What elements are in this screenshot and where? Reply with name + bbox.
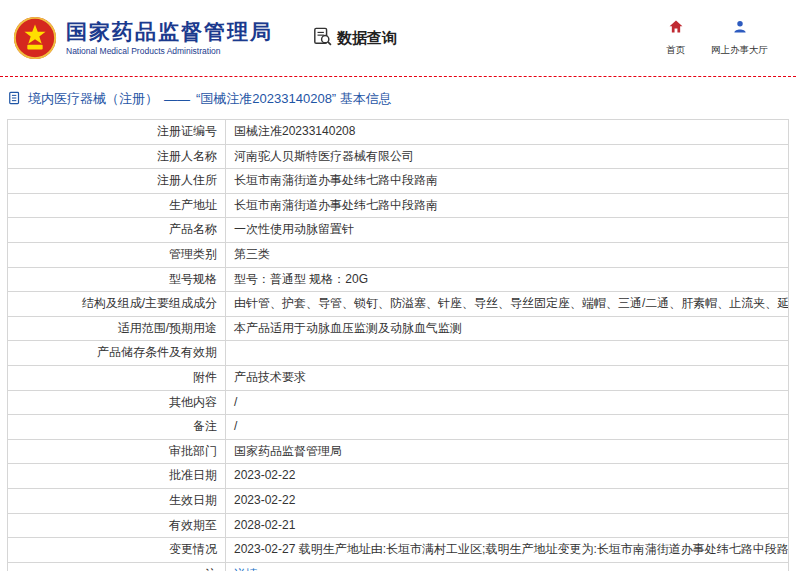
table-row: 产品储存条件及有效期 [8, 341, 789, 366]
row-value: 长垣市南蒲街道办事处纬七路中段路南 [226, 169, 789, 194]
nav-service-hall[interactable]: 网上办事大厅 [711, 19, 768, 57]
row-value: 国械注准20233140208 [226, 120, 789, 145]
row-value: / [226, 415, 789, 440]
table-row: 注册人住所长垣市南蒲街道办事处纬七路中段路南 [8, 169, 789, 194]
table-row: 产品名称一次性使用动脉留置针 [8, 218, 789, 243]
row-value: 2023-02-22 [226, 464, 789, 489]
row-value: 本产品适用于动脉血压监测及动脉血气监测 [226, 316, 789, 341]
table-row: 其他内容/ [8, 390, 789, 415]
table-row: 适用范围/预期用途本产品适用于动脉血压监测及动脉血气监测 [8, 316, 789, 341]
table-row: 生效日期2023-02-22 [8, 488, 789, 513]
row-label: 变更情况 [8, 538, 226, 563]
row-label: 有效期至 [8, 513, 226, 538]
header-nav: 首页 网上办事大厅 [666, 19, 768, 57]
row-label: ●注 [8, 562, 226, 571]
row-label: 生效日期 [8, 488, 226, 513]
row-label: 管理类别 [8, 242, 226, 267]
info-table-body: 注册证编号国械注准20233140208注册人名称河南驼人贝斯特医疗器械有限公司… [8, 120, 789, 571]
details-link[interactable]: 详情 [234, 567, 258, 571]
row-label: 生产地址 [8, 193, 226, 218]
breadcrumb: 境内医疗器械（注册） —— “国械注准20233140208” 基本信息 [0, 77, 796, 119]
table-row: 结构及组成/主要组成成分由针管、护套、导管、锁钉、防溢塞、针座、导丝、导丝固定座… [8, 292, 789, 317]
row-label: 备注 [8, 415, 226, 440]
org-name-cn: 国家药品监督管理局 [66, 20, 273, 44]
national-emblem-icon [12, 15, 58, 61]
table-row: 有效期至2028-02-21 [8, 513, 789, 538]
doc-magnifier-icon [313, 27, 332, 50]
nav-service-hall-label: 网上办事大厅 [711, 44, 768, 57]
document-icon [8, 91, 22, 108]
nav-home[interactable]: 首页 [666, 19, 685, 57]
row-label: 其他内容 [8, 390, 226, 415]
org-name-en: National Medical Products Administration [66, 46, 273, 56]
table-row: 变更情况2023-02-27 载明生产地址由:长垣市满村工业区;载明生产地址变更… [8, 538, 789, 563]
table-row: 注册证编号国械注准20233140208 [8, 120, 789, 145]
row-label: 型号规格 [8, 267, 226, 292]
row-label: 审批部门 [8, 439, 226, 464]
row-value: 产品技术要求 [226, 365, 789, 390]
row-value: 长垣市南蒲街道办事处纬七路中段路南 [226, 193, 789, 218]
row-value: 2028-02-21 [226, 513, 789, 538]
national-emblem-logo[interactable] [12, 15, 58, 61]
table-row: 备注/ [8, 415, 789, 440]
table-row: ●注详情 [8, 562, 789, 571]
header-left: 国家药品监督管理局 National Medical Products Admi… [12, 15, 397, 61]
row-value: 国家药品监督管理局 [226, 439, 789, 464]
table-row: 注册人名称河南驼人贝斯特医疗器械有限公司 [8, 144, 789, 169]
org-name-block[interactable]: 国家药品监督管理局 National Medical Products Admi… [66, 20, 273, 56]
table-row: 生产地址长垣市南蒲街道办事处纬七路中段路南 [8, 193, 789, 218]
nav-home-label: 首页 [666, 44, 685, 57]
row-value: 详情 [226, 562, 789, 571]
row-value: 一次性使用动脉留置针 [226, 218, 789, 243]
row-value: 2023-02-22 [226, 488, 789, 513]
row-label: 适用范围/预期用途 [8, 316, 226, 341]
site-header: 国家药品监督管理局 National Medical Products Admi… [0, 0, 796, 76]
person-icon [732, 19, 748, 39]
table-row: 审批部门国家药品监督管理局 [8, 439, 789, 464]
breadcrumb-separator: —— [164, 92, 190, 107]
breadcrumb-category[interactable]: 境内医疗器械（注册） [28, 90, 158, 108]
home-icon [668, 19, 684, 39]
row-value: 型号：普通型 规格：20G [226, 267, 789, 292]
row-value [226, 341, 789, 366]
row-label: 注册人住所 [8, 169, 226, 194]
table-row: 批准日期2023-02-22 [8, 464, 789, 489]
row-label: 产品储存条件及有效期 [8, 341, 226, 366]
row-label: 批准日期 [8, 464, 226, 489]
page-root: 国家药品监督管理局 National Medical Products Admi… [0, 0, 796, 571]
row-value: / [226, 390, 789, 415]
row-label: 注册证编号 [8, 120, 226, 145]
row-label: 附件 [8, 365, 226, 390]
row-label: 注册人名称 [8, 144, 226, 169]
table-row: 附件产品技术要求 [8, 365, 789, 390]
data-query-section[interactable]: 数据查询 [313, 27, 397, 50]
row-label: 结构及组成/主要组成成分 [8, 292, 226, 317]
row-label: 产品名称 [8, 218, 226, 243]
breadcrumb-title: “国械注准20233140208” 基本信息 [196, 90, 392, 108]
info-table: 注册证编号国械注准20233140208注册人名称河南驼人贝斯特医疗器械有限公司… [7, 119, 789, 571]
data-query-label: 数据查询 [337, 29, 397, 48]
row-value: 2023-02-27 载明生产地址由:长垣市满村工业区;载明生产地址变更为:长垣… [226, 538, 789, 563]
row-value: 第三类 [226, 242, 789, 267]
table-row: 型号规格型号：普通型 规格：20G [8, 267, 789, 292]
table-row: 管理类别第三类 [8, 242, 789, 267]
row-value: 河南驼人贝斯特医疗器械有限公司 [226, 144, 789, 169]
row-value: 由针管、护套、导管、锁钉、防溢塞、针座、导丝、导丝固定座、端帽、三通/二通、肝素… [226, 292, 789, 317]
